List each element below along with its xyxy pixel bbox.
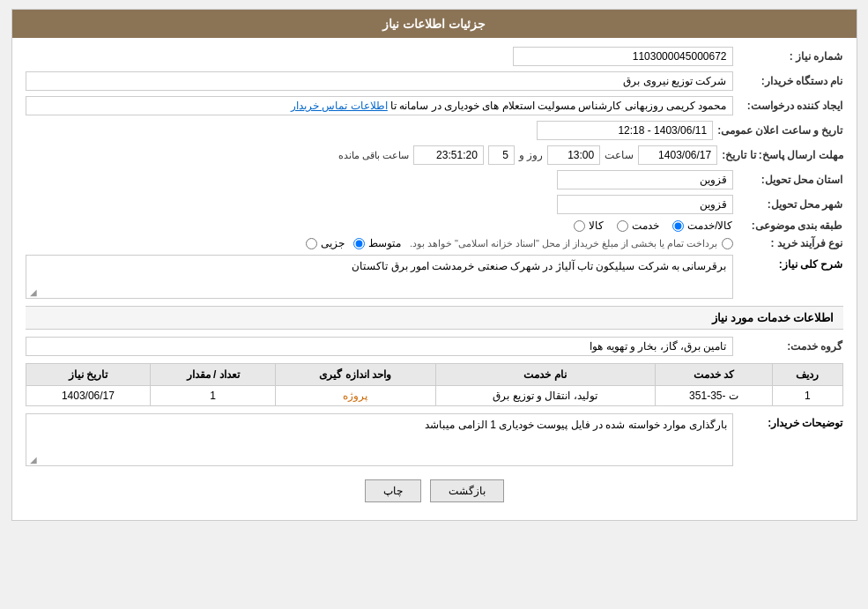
announce-row: تاریخ و ساعت اعلان عمومی: 1403/06/11 - 1…	[26, 121, 843, 140]
purchase-jozi-radio[interactable]	[306, 238, 317, 249]
purchase-esnad-radio[interactable]	[722, 238, 733, 249]
purchase-options: جزیی متوسط برداخت تمام یا بخشی از مبلغ خ…	[306, 237, 733, 249]
col-unit: واحد اندازه گیری	[276, 364, 436, 386]
requester-value: محمود کریمی روزبهانی کارشناس مسولیت استع…	[26, 96, 733, 115]
city-label: شهر محل تحویل:	[738, 198, 843, 211]
category-both-label: کالا/خدمت	[687, 219, 732, 232]
need-number-label: شماره نیاز :	[738, 50, 843, 63]
col-rownum: ردیف	[773, 364, 842, 386]
need-number-value: 1103000045000672	[513, 47, 733, 66]
back-button[interactable]: بازگشت	[430, 479, 504, 502]
buyer-org-row: نام دستگاه خریدار: شرکت توزیع نیروی برق	[26, 71, 843, 91]
purchase-type-row: نوع فرآیند خرید : جزیی متوسط برداخت تمام…	[26, 237, 843, 249]
requester-label: ایجاد کننده درخواست:	[738, 100, 843, 112]
buyer-notes-resize-handle: ◢	[26, 455, 37, 465]
reply-time: 13:00	[547, 145, 600, 165]
services-section-title: اطلاعات خدمات مورد نیاز	[26, 306, 843, 330]
content-area: شماره نیاز : 1103000045000672 نام دستگاه…	[12, 38, 857, 520]
category-both: کالا/خدمت	[672, 219, 732, 232]
table-header-row: ردیف کد خدمت نام خدمت واحد اندازه گیری ت…	[26, 364, 842, 386]
cell-service-code: ت -35-351	[655, 386, 773, 406]
buyer-notes-text: بارگذاری موارد خواسته شده در فایل پیوست …	[425, 419, 726, 431]
purchase-mottavaset-label: متوسط	[368, 237, 401, 249]
buyer-notes-box: بارگذاری موارد خواسته شده در فایل پیوست …	[26, 413, 733, 466]
description-label: شرح کلی نیاز:	[738, 255, 843, 271]
requester-contact-link[interactable]: اطلاعات تماس خریدار	[291, 100, 388, 112]
category-khedmat-label: خدمت	[632, 219, 659, 232]
cell-quantity: 1	[151, 386, 276, 406]
buyer-org-label: نام دستگاه خریدار:	[738, 75, 843, 87]
service-group-label: گروه خدمت:	[738, 340, 843, 353]
purchase-esnad: برداخت تمام یا بخشی از مبلغ خریداز از مح…	[410, 238, 733, 249]
category-row: طبقه بندی موضوعی: کالا خدمت کالا/خدمت	[26, 219, 843, 232]
purchase-mottavaset: متوسط	[353, 237, 401, 249]
buttons-row: بازگشت چاپ	[26, 479, 843, 502]
category-khedmat: خدمت	[617, 219, 659, 232]
page-title: جزئیات اطلاعات نیاز	[382, 17, 486, 31]
purchase-mottavaset-radio[interactable]	[353, 238, 365, 249]
col-quantity: تعداد / مقدار	[151, 364, 276, 386]
table-header: ردیف کد خدمت نام خدمت واحد اندازه گیری ت…	[26, 364, 842, 386]
service-group-row: گروه خدمت: تامین برق، گاز، بخار و تهویه …	[26, 337, 843, 356]
province-label: استان محل تحویل:	[738, 174, 843, 186]
reply-time-label: ساعت	[605, 149, 634, 161]
buyer-notes-row: توضیحات خریدار: بارگذاری موارد خواسته شد…	[26, 413, 843, 466]
cell-service-name: تولید، انتقال و توزیع برق	[435, 386, 655, 406]
buyer-notes-label: توضیحات خریدار:	[738, 413, 843, 429]
city-value: قزوین	[557, 195, 733, 214]
category-both-radio[interactable]	[672, 220, 684, 232]
description-box-container: برقرسانی به شرکت سیلیکون تاب آلیاژ در شه…	[26, 255, 733, 299]
services-table-container: ردیف کد خدمت نام خدمت واحد اندازه گیری ت…	[26, 363, 843, 406]
cell-date: 1403/06/17	[26, 386, 151, 406]
reply-days: 5	[488, 145, 515, 165]
purchase-type-label: نوع فرآیند خرید :	[738, 237, 843, 249]
print-button[interactable]: چاپ	[365, 479, 421, 502]
city-row: شهر محل تحویل: قزوین	[26, 195, 843, 214]
deadline-row: مهلت ارسال پاسخ: تا تاریخ: 1403/06/17 سا…	[26, 145, 843, 165]
purchase-jozi: جزیی	[306, 237, 345, 249]
table-body: 1 ت -35-351 تولید، انتقال و توزیع برق پر…	[26, 386, 842, 406]
col-service-code: کد خدمت	[655, 364, 773, 386]
province-row: استان محل تحویل: قزوین	[26, 170, 843, 189]
cell-rownum: 1	[773, 386, 842, 406]
requester-row: ایجاد کننده درخواست: محمود کریمی روزبهان…	[26, 96, 843, 115]
buyer-org-value: شرکت توزیع نیروی برق	[26, 71, 733, 91]
purchase-esnad-label: برداخت تمام یا بخشی از مبلغ خریداز از مح…	[410, 238, 718, 249]
reply-remaining-label: ساعت باقی مانده	[338, 150, 409, 161]
need-number-row: شماره نیاز : 1103000045000672	[26, 47, 843, 66]
reply-day-label: روز و	[519, 149, 543, 161]
province-value: قزوین	[557, 170, 733, 189]
resize-handle: ◢	[26, 287, 37, 298]
category-options: کالا خدمت کالا/خدمت	[574, 219, 732, 232]
reply-date: 1403/06/17	[638, 145, 717, 165]
table-row: 1 ت -35-351 تولید، انتقال و توزیع برق پر…	[26, 386, 842, 406]
announce-label: تاریخ و ساعت اعلان عمومی:	[717, 124, 842, 137]
requester-text: محمود کریمی روزبهانی کارشناس مسولیت استع…	[390, 100, 726, 112]
category-kala-radio[interactable]	[574, 220, 585, 232]
cell-unit: پروژه	[276, 386, 436, 406]
description-text: برقرسانی به شرکت سیلیکون تاب آلیاژ در شه…	[352, 260, 726, 272]
category-label: طبقه بندی موضوعی:	[738, 219, 843, 232]
category-khedmat-radio[interactable]	[617, 220, 628, 232]
services-table: ردیف کد خدمت نام خدمت واحد اندازه گیری ت…	[26, 363, 843, 406]
category-kala-label: کالا	[589, 219, 604, 232]
announce-value: 1403/06/11 - 12:18	[537, 121, 713, 140]
purchase-jozi-label: جزیی	[321, 237, 345, 249]
main-container: جزئیات اطلاعات نیاز شماره نیاز : 1103000…	[11, 9, 857, 521]
col-service-name: نام خدمت	[435, 364, 655, 386]
reply-remaining: 23:51:20	[413, 145, 484, 165]
reply-deadline-label: مهلت ارسال پاسخ: تا تاریخ:	[722, 149, 842, 161]
description-row: شرح کلی نیاز: برقرسانی به شرکت سیلیکون ت…	[26, 255, 843, 299]
category-kala: کالا	[574, 219, 604, 232]
service-group-value: تامین برق، گاز، بخار و تهویه هوا	[26, 337, 733, 356]
col-date: تاریخ نیاز	[26, 364, 151, 386]
page-header: جزئیات اطلاعات نیاز	[12, 10, 857, 38]
